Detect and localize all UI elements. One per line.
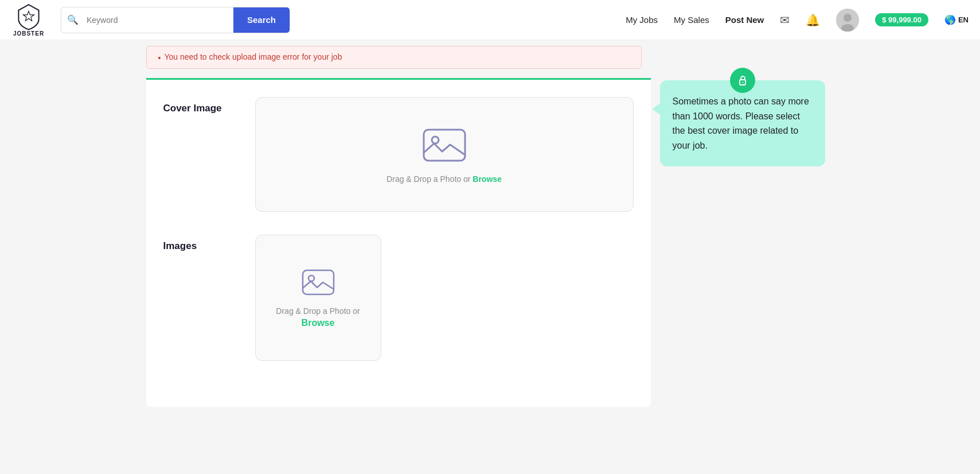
- cover-browse-link[interactable]: Browse: [473, 174, 502, 184]
- header: JOBSTER 🔍 Search My Jobs My Sales Post N…: [0, 0, 980, 40]
- cover-image-dropzone[interactable]: Drag & Drop a Photo or Browse: [255, 97, 634, 212]
- svg-rect-4: [424, 130, 465, 161]
- error-dot: •: [158, 53, 161, 63]
- search-bar: 🔍 Search: [61, 7, 290, 33]
- cover-image-label: Cover Image: [163, 97, 238, 114]
- images-label: Images: [163, 235, 238, 252]
- svg-point-7: [309, 275, 314, 281]
- svg-marker-0: [23, 11, 34, 21]
- avatar[interactable]: [836, 9, 859, 32]
- nav: My Jobs My Sales Post New ✉ 🔔 $ 99,999.0…: [626, 9, 969, 32]
- search-input[interactable]: [84, 10, 233, 30]
- sidebar: Sometimes a photo can say more than 1000…: [651, 40, 834, 407]
- tooltip-tail: [652, 103, 660, 115]
- messages-icon[interactable]: ✉: [780, 13, 790, 27]
- error-banner: • You need to check upload image error f…: [146, 46, 642, 69]
- images-browse-link[interactable]: Browse: [302, 318, 335, 328]
- search-icon: 🔍: [61, 14, 84, 25]
- cover-dropzone-text: Drag & Drop a Photo or Browse: [386, 174, 502, 184]
- lang-badge: 🌎 EN: [944, 14, 969, 25]
- images-placeholder-icon: [301, 267, 335, 297]
- svg-point-5: [432, 137, 439, 143]
- tooltip-text: Sometimes a photo can say more than 1000…: [673, 94, 813, 153]
- post-new-link[interactable]: Post New: [725, 15, 764, 25]
- notifications-icon[interactable]: 🔔: [806, 13, 820, 27]
- logo-label: JOBSTER: [13, 30, 44, 37]
- error-message: You need to check upload image error for…: [164, 52, 342, 61]
- images-dropzone-text: Drag & Drop a Photo or: [276, 306, 360, 316]
- my-sales-link[interactable]: My Sales: [674, 15, 709, 25]
- my-jobs-link[interactable]: My Jobs: [626, 15, 658, 25]
- form-section: Cover Image Drag & Drop a Photo or Brows…: [146, 78, 651, 407]
- logo[interactable]: JOBSTER: [11, 3, 46, 37]
- cover-image-row: Cover Image Drag & Drop a Photo or Brows…: [163, 97, 634, 212]
- images-row: Images Drag & Drop a Photo or Browse: [163, 235, 634, 361]
- images-dropzone[interactable]: Drag & Drop a Photo or Browse: [255, 235, 381, 361]
- main-layout: • You need to check upload image error f…: [146, 40, 834, 407]
- search-button[interactable]: Search: [233, 7, 290, 33]
- content-area: • You need to check upload image error f…: [146, 40, 651, 407]
- svg-rect-6: [303, 270, 334, 294]
- cover-image-placeholder-icon: [421, 125, 467, 165]
- balance-badge: $ 99,999.00: [875, 13, 928, 26]
- error-item: • You need to check upload image error f…: [158, 52, 630, 63]
- tooltip-icon: [730, 68, 755, 93]
- svg-point-2: [844, 14, 852, 22]
- svg-point-9: [742, 82, 743, 83]
- tooltip-box: Sometimes a photo can say more than 1000…: [660, 80, 825, 166]
- globe-icon: 🌎: [944, 14, 956, 25]
